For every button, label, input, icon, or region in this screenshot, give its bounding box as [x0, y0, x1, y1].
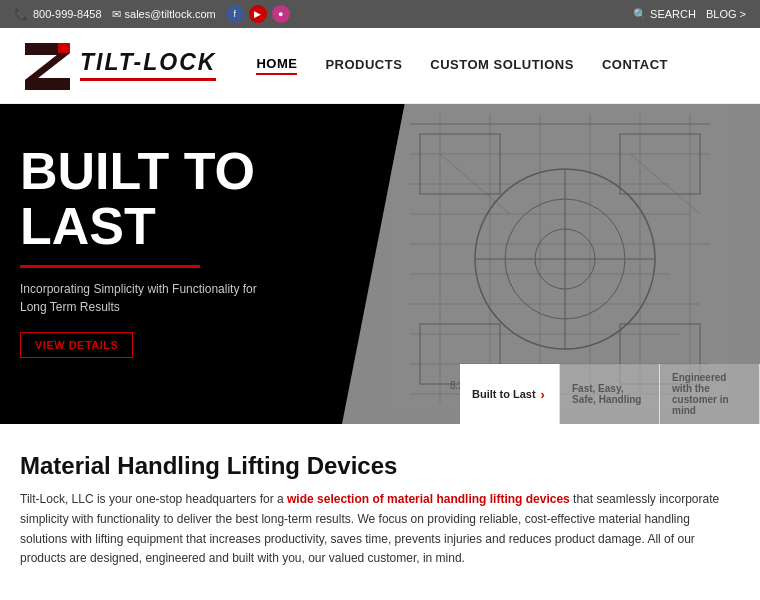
hero-section: 8.25 BUILT TO LAST Incorporating Simplic…: [0, 104, 760, 424]
nav-home[interactable]: HOME: [256, 56, 297, 75]
section-body: Tilt-Lock, LLC is your one-stop headquar…: [20, 490, 740, 569]
phone-icon: 📞: [14, 7, 29, 21]
nav-contact[interactable]: CONTACT: [602, 57, 668, 74]
hero-content: BUILT TO LAST Incorporating Simplicity w…: [20, 144, 280, 358]
logo-icon: [20, 38, 80, 93]
svg-rect-2: [58, 43, 70, 53]
top-bar: 📞 800-999-8458 ✉ sales@tiltlock.com f ▶ …: [0, 0, 760, 28]
slide-card-1[interactable]: Built to Last ›: [460, 364, 560, 424]
nav-products[interactable]: PRODUCTS: [325, 57, 402, 74]
logo-text: TILT-LOCK: [80, 50, 216, 80]
logo-underline: [80, 78, 216, 81]
logo[interactable]: TILT-LOCK: [20, 38, 216, 93]
highlight-text: wide selection of material handling lift…: [287, 492, 570, 506]
slide-card-2[interactable]: Fast, Easy, Safe, Handling: [560, 364, 660, 424]
hero-subtitle: Incorporating Simplicity with Functional…: [20, 280, 280, 316]
slide-card-3[interactable]: Engineered with the customer in mind: [660, 364, 760, 424]
youtube-icon[interactable]: ▶: [249, 5, 267, 23]
search-icon: 🔍: [633, 8, 647, 21]
search-button[interactable]: 🔍 SEARCH: [633, 8, 696, 21]
phone-number[interactable]: 📞 800-999-8458: [14, 7, 102, 21]
email-icon: ✉: [112, 8, 121, 21]
top-bar-contact: 📞 800-999-8458 ✉ sales@tiltlock.com f ▶ …: [14, 5, 621, 23]
nav-custom-solutions[interactable]: CUSTOM SOLUTIONS: [430, 57, 574, 74]
slide-cards: Built to Last › Fast, Easy, Safe, Handli…: [460, 364, 760, 424]
header: TILT-LOCK HOME PRODUCTS CUSTOM SOLUTIONS…: [0, 28, 760, 104]
section-title: Material Handling Lifting Devices: [20, 452, 740, 480]
hero-cta-button[interactable]: VIEW DETAILS: [20, 332, 133, 358]
email-address[interactable]: ✉ sales@tiltlock.com: [112, 8, 216, 21]
instagram-icon[interactable]: ●: [272, 5, 290, 23]
social-icons: f ▶ ●: [226, 5, 290, 23]
hero-divider: [20, 265, 200, 268]
slide-arrow-icon: ›: [541, 387, 545, 402]
hero-title: BUILT TO LAST: [20, 144, 280, 253]
blog-link[interactable]: BLOG >: [706, 8, 746, 20]
content-section: Material Handling Lifting Devices Tilt-L…: [0, 424, 760, 589]
main-nav: HOME PRODUCTS CUSTOM SOLUTIONS CONTACT: [256, 56, 668, 75]
logo-name: TILT-LOCK: [80, 50, 216, 75]
top-bar-actions: 🔍 SEARCH BLOG >: [633, 8, 746, 21]
facebook-icon[interactable]: f: [226, 5, 244, 23]
